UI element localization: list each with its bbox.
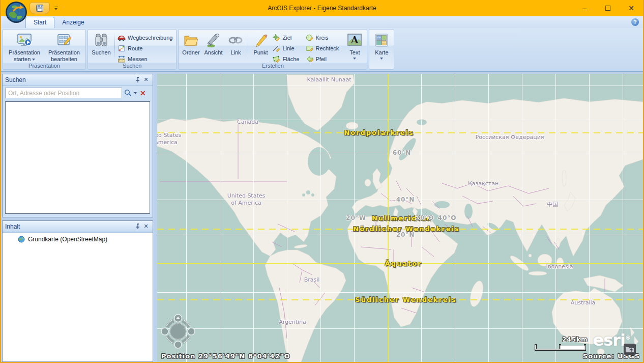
map-label: Südlicher Wendekreis (355, 296, 457, 303)
ribbon: Präsentation starten Präsentation bearbe… (1, 28, 643, 72)
content-tree: Grundkarte (OpenStreetMap) (3, 232, 153, 361)
ribbon-group-karte: Karte (369, 29, 394, 70)
map-label: Российская Федерация (476, 134, 544, 141)
window-title: ArcGIS Explorer - Eigene Standardkarte (1, 5, 643, 12)
map-label: United Statesof America (227, 192, 266, 207)
minimize-button[interactable]: – (573, 0, 596, 16)
panel-splitter[interactable] (153, 74, 157, 362)
map-label: Argentina (279, 319, 306, 326)
map-tiles-icon (375, 32, 388, 49)
clear-search-icon[interactable]: ✕ (139, 89, 147, 97)
target-label: Ziel (282, 35, 291, 41)
presentation-edit-icon (56, 32, 72, 49)
folder-icon (183, 32, 198, 49)
dock-panels: Suchen ✕ ✕ (1, 74, 153, 362)
map-label: 60°N (393, 149, 412, 156)
graticule-line (157, 328, 643, 329)
folder-label: Ordner (182, 49, 199, 56)
close-panel-icon[interactable]: ✕ (142, 222, 150, 231)
graticule-line (253, 74, 254, 362)
basemap-layer-label: Grundkarte (OpenStreetMap) (28, 236, 107, 243)
point-button[interactable]: Punkt (250, 31, 271, 57)
car-icon (118, 34, 126, 42)
tab-start[interactable]: Start (25, 17, 54, 28)
graticule-line (522, 74, 522, 362)
line-button[interactable]: Linie (271, 44, 301, 53)
maximize-button[interactable]: ☐ (596, 0, 620, 16)
link-button[interactable]: Link (225, 31, 246, 57)
graticule-line (157, 292, 643, 293)
directions-button[interactable]: Wegbeschreibung (116, 33, 174, 42)
application-menu-globe-icon[interactable] (5, 1, 27, 23)
route-button[interactable]: Route (116, 44, 174, 53)
globe-icon (18, 236, 25, 243)
pin-icon[interactable] (134, 76, 142, 84)
map-viewport[interactable]: Kalaallit NunaatCanadaNordpolarkreisРосс… (157, 74, 643, 362)
directions-label: Wegbeschreibung (128, 35, 172, 41)
separator (114, 33, 115, 60)
group-label-praesentation: Präsentation (3, 63, 85, 69)
ribbon-group-praesentation: Präsentation starten Präsentation bearbe… (3, 29, 86, 70)
target-star-icon (272, 34, 280, 42)
pencil-icon (253, 32, 268, 49)
view-button[interactable]: Ansicht (201, 31, 225, 57)
area-label: Fläche (282, 56, 299, 62)
point-label: Punkt (253, 49, 268, 56)
search-options-caret-icon[interactable] (134, 92, 137, 94)
target-button[interactable]: Ziel (271, 33, 301, 42)
content-panel: Inhalt ✕ Grundkarte (OpenStreetM (2, 220, 153, 362)
route-label: Route (128, 45, 142, 51)
scale-label: 245km (562, 336, 590, 343)
search-results-list[interactable] (5, 101, 150, 214)
rectangle-label: Rechteck (316, 45, 339, 51)
close-button[interactable]: ✕ (620, 0, 643, 16)
folder-button[interactable]: Ordner (180, 31, 201, 57)
content-panel-titlebar: Inhalt ✕ (3, 221, 153, 232)
group-label-suchen: Suchen (88, 63, 176, 69)
graticule-line (157, 120, 643, 120)
dropdown-caret-icon (380, 58, 383, 60)
search-magnifier-icon[interactable] (124, 89, 132, 97)
dropdown-caret-icon (32, 59, 35, 61)
arrow-icon (306, 55, 314, 63)
help-icon[interactable]: ? (631, 18, 639, 26)
map-button-label: Karte (375, 49, 388, 56)
map-navigation-wheel[interactable] (160, 313, 196, 352)
line-label: Linie (282, 45, 294, 51)
dropdown-caret-icon (353, 58, 356, 60)
map-label: Nordpolarkreis (344, 129, 414, 136)
view-label: Ansicht (204, 49, 222, 56)
map-label: Australia (571, 299, 596, 306)
save-button[interactable] (30, 2, 50, 14)
text-button[interactable]: A Text (344, 31, 365, 60)
search-panel-title: Suchen (5, 76, 26, 83)
presentation-edit-label: Präsentation bearbeiten (46, 49, 82, 62)
text-label: Text (349, 49, 360, 56)
attribution-folder-icon[interactable] (624, 344, 636, 357)
map-label: Brasil (304, 276, 320, 284)
circle-icon (306, 34, 314, 42)
content-panel-title: Inhalt (5, 223, 20, 230)
close-panel-icon[interactable]: ✕ (142, 76, 150, 84)
customize-quick-access-icon[interactable] (53, 5, 59, 11)
circle-label: Kreis (316, 35, 329, 41)
circle-button[interactable]: Kreis (305, 33, 341, 42)
presentation-start-button[interactable]: Präsentation starten (5, 31, 44, 63)
map-button[interactable]: Karte (371, 31, 392, 60)
presentation-edit-button[interactable]: Präsentation bearbeiten (44, 31, 84, 63)
search-button[interactable]: Suchen (90, 31, 113, 57)
presentation-start-icon (16, 32, 33, 49)
basemap-layer-item[interactable]: Grundkarte (OpenStreetMap) (3, 235, 153, 244)
search-input[interactable] (5, 88, 122, 98)
tab-anzeige[interactable]: Anzeige (54, 17, 92, 28)
group-label-erstellen: Erstellen (179, 63, 367, 69)
route-icon (118, 44, 126, 52)
map-label: Äquator (385, 260, 422, 267)
separator (248, 33, 248, 60)
rectangle-button[interactable]: Rechteck (305, 44, 341, 53)
graticule-line (157, 86, 643, 86)
pin-icon[interactable] (134, 222, 142, 231)
graticule-line (320, 74, 321, 362)
text-icon: A (347, 32, 362, 49)
graticule-line (220, 74, 220, 362)
